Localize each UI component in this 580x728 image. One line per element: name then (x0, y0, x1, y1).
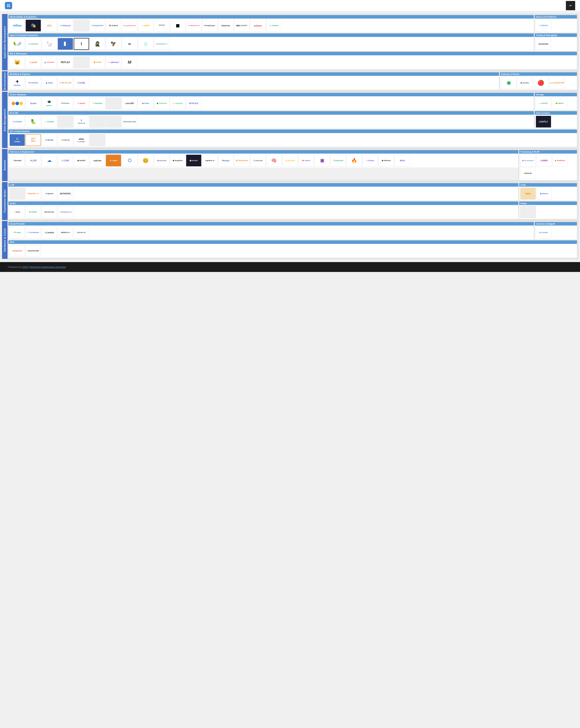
tool-fireworks[interactable]: 🔥 fireworks.ai (234, 155, 249, 166)
tool-modular3[interactable]: Modular (218, 155, 234, 166)
tool-tensormatrix[interactable]: ◉ Tensormatrix (520, 155, 536, 166)
tool-brain[interactable]: 🧠 (266, 155, 282, 166)
tool-patronus[interactable]: ✦ Patronus.AI (186, 20, 202, 31)
tool-replicate[interactable]: replicate (90, 155, 105, 166)
tool-portkey-spiral[interactable]: ◉ (501, 77, 517, 89)
tool-coreweave[interactable]: ⬡ CoreWeave (26, 227, 41, 238)
tool-telescopelabs[interactable]: Telescope Labs (122, 116, 137, 128)
tool-marvin[interactable]: M (122, 56, 137, 68)
tool-modelz[interactable]: ◉ ModelZ (74, 155, 89, 166)
tool-palqee[interactable]: palqee (250, 20, 266, 31)
tool-suno[interactable]: ♪ Suno (9, 206, 25, 218)
tool-indexify[interactable]: ⬡ Indexify (58, 134, 73, 146)
tool-cube[interactable]: ▣ (314, 155, 330, 166)
tool-baserun[interactable]: baserun (218, 20, 234, 31)
tool-bentoml[interactable]: □ BentoML (9, 155, 25, 166)
tool-portkey[interactable]: ◉ portkey (517, 77, 532, 89)
tool-anthropic[interactable]: ANTHROPIC (58, 188, 73, 200)
tool-qdrant[interactable]: ⬡ qdrant (74, 97, 89, 109)
tool-dataspark[interactable]: DataSpark AI (154, 38, 169, 50)
tool-anyscale3[interactable]: ⬡ anyscale (250, 155, 266, 166)
tool-ollama[interactable]: 🦙 (42, 38, 57, 50)
tool-lbox[interactable]: l (74, 38, 89, 50)
tool-lamini[interactable]: LAMINI (536, 155, 552, 166)
tool-playht[interactable]: ▶ PlayHT (26, 206, 41, 218)
tool-smiley[interactable]: 😊 (138, 155, 153, 166)
tool-momentic[interactable]: momentic (536, 38, 551, 50)
tool-helicone[interactable]: ⬡ Helicone (58, 20, 73, 31)
tool-ubiops[interactable]: ∞ UbiOps (363, 155, 378, 166)
tool-mistral[interactable]: ⬡ MISTRAL AI_ (26, 188, 41, 200)
tool-ninja[interactable]: 🥷 (90, 38, 105, 50)
tool-unstructured[interactable]: UNST RUCT URE D (26, 134, 41, 146)
tool-epsilla[interactable]: Epsilla (26, 97, 41, 109)
tool-deepinfra[interactable]: ◉ deepinfra (170, 155, 185, 166)
tool-mosaic[interactable]: ▦ mosaic (186, 155, 202, 166)
tool-cursor[interactable]: 😺 (9, 56, 25, 68)
tool-lambda[interactable]: λ Lambda (42, 227, 57, 238)
tool-vannaai[interactable]: V Vanna.AI (74, 116, 89, 128)
tool-zenml[interactable]: Z ZenML (74, 77, 89, 89)
tool-square[interactable]: ◼ (170, 20, 185, 31)
tool-tabby[interactable]: Tabby (520, 188, 536, 200)
tool-pgvectus[interactable]: PGVectus (58, 97, 73, 109)
tool-nebius[interactable]: NEBIUS AI (58, 227, 73, 238)
footer-link[interactable]: CNCF interactive landscapes generator. (22, 265, 66, 268)
tool-reflex[interactable]: REFLEX (58, 56, 73, 68)
tool-myscale[interactable]: MYSCALE (186, 97, 202, 109)
tool-mindsdb[interactable]: ⬡ mindsdb (9, 116, 25, 128)
tool-elevenlabs[interactable]: ElevenLabs (42, 206, 57, 218)
tool-airbyte[interactable]: ⬡ Airbyte (9, 134, 25, 146)
tool-griptimecloud[interactable]: ⏱ GrptimeCloud (122, 20, 137, 31)
tool-haystack[interactable]: 🔍 haystack (26, 38, 41, 50)
tool-lancedb[interactable]: LanceDB (122, 97, 137, 109)
tool-octoai[interactable]: 🐙 OctoAI (298, 155, 314, 166)
tool-graphcore[interactable]: GRAPHCORE (26, 245, 41, 257)
tool-atlas[interactable]: atlas by NOMIC (74, 134, 89, 146)
tool-cloud-runtime[interactable]: ☁ (42, 155, 57, 166)
tool-invoke[interactable]: 🔶 invoke (90, 56, 105, 68)
tool-sapper[interactable]: 🦅 (106, 38, 121, 50)
tool-katonic[interactable]: 〜 Katonic (536, 20, 551, 31)
tool-wb[interactable]: ✦ W&B (138, 20, 153, 31)
tool-promptlayer[interactable]: PromptLayer (202, 20, 217, 31)
tool-neum[interactable]: N NEUM (42, 134, 57, 146)
tool-arceeai[interactable]: arcee.ai (520, 167, 536, 179)
tool-arize[interactable]: ≡≡ (42, 20, 57, 31)
tool-purple-bird[interactable]: 🦜 (26, 116, 41, 128)
tool-gradio[interactable]: ⬡ gradio (26, 56, 41, 68)
tool-llamam[interactable]: 🦙 LlaMA (106, 155, 121, 166)
tool-predibase[interactable]: ▶ Predibase (552, 155, 568, 166)
tool-banana[interactable]: 🍌 BANANA (282, 155, 298, 166)
tool-dust[interactable]: ▋ (58, 38, 73, 50)
tool-vllm[interactable]: vLLM (26, 155, 41, 166)
tool-mind[interactable]: Mind (395, 155, 410, 166)
tool-juicefs[interactable]: ∞ JuiceFS (536, 97, 551, 109)
tool-inferless[interactable]: ◉ inferless (378, 155, 394, 166)
tool-orange-circle[interactable]: 🔴 (533, 77, 549, 89)
tool-agentops[interactable]: 🦜🔗 (9, 38, 25, 50)
tool-pinecone[interactable]: 🌲 Pinecone (154, 97, 169, 109)
tool-mlflow[interactable]: mlflow (9, 20, 25, 31)
tool-giskard[interactable]: 🎯 Giskard (106, 20, 121, 31)
tool-cloudflare[interactable]: ☁ CLOUDFLARE (549, 77, 565, 89)
tool-tabnine[interactable]: ◉ tabnine (536, 188, 552, 200)
tool-lightning[interactable]: ⚡ Lightning™ (106, 56, 121, 68)
tool-lightly[interactable]: LIGHTLY (536, 116, 551, 128)
tool-wavy[interactable]: 〰〰 (154, 20, 169, 31)
tool-supabase[interactable]: ⚡ supabase (170, 97, 185, 109)
tool-flyte[interactable]: ◐ Flyte (42, 77, 57, 89)
tool-lakefs[interactable]: 🐸 lakeFS (552, 97, 567, 109)
tool-weaviate[interactable]: 〰 Weaviate (90, 97, 105, 109)
tool-kubeflow[interactable]: ⚙ Kubeflow (26, 77, 41, 89)
tool-streamlit[interactable]: 🌊 Streamlit (42, 56, 57, 68)
tool-fire[interactable]: 🔥 (346, 155, 362, 166)
tool-skypilot[interactable]: ✈ SkyPilot (9, 77, 25, 89)
tool-cleanlab[interactable]: ✓ Cleanlab (42, 116, 57, 128)
tool-airmlal[interactable]: ▲ Airtneal (266, 20, 282, 31)
tool-metaflow[interactable]: ⬡ METAFLOW (58, 77, 73, 89)
tool-together[interactable]: together ai (202, 155, 217, 166)
tool-salad[interactable]: 🥗 salad (9, 227, 25, 238)
tool-milvus[interactable]: 👁 Milvus (42, 97, 57, 109)
tool-maskon[interactable]: 🎭 (26, 20, 41, 31)
